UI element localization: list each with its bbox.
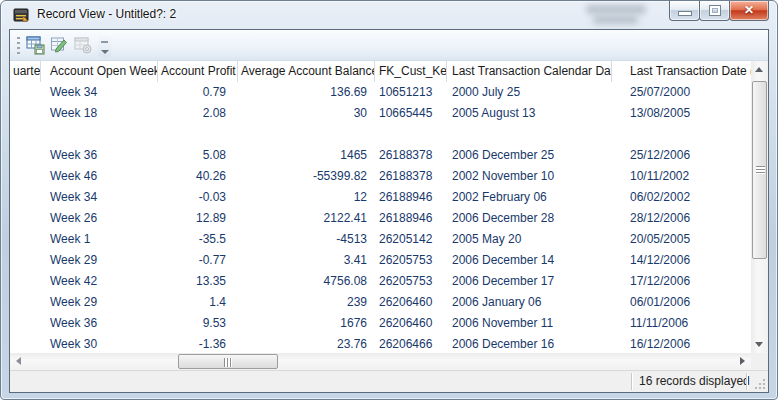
glass-blur-artifact <box>593 16 638 24</box>
client-area: uarterAccount Open WeekAccount ProfitAve… <box>9 29 769 393</box>
scroll-up-button[interactable] <box>751 61 768 78</box>
minimize-button[interactable] <box>669 1 700 21</box>
close-button[interactable]: ✕ <box>729 1 769 21</box>
scroll-down-button[interactable] <box>751 336 768 353</box>
resize-grip-icon[interactable] <box>754 378 766 390</box>
table-row[interactable]: Week 291.4239262064602006 January 0606/0… <box>10 292 751 313</box>
horizontal-scroll-thumb[interactable] <box>178 354 278 369</box>
glass-blur-artifact <box>586 5 646 14</box>
cell-open_week: Week 26 <box>41 208 158 229</box>
cell-profit: -1.36 <box>158 334 238 353</box>
table-row[interactable]: Week 1-35.5-4513262051422005 May 2020/05… <box>10 229 751 250</box>
column-header-profit[interactable]: Account Profit <box>158 61 238 82</box>
cell-date: 25/12/2006 <box>612 145 751 166</box>
toolbar-overflow-button[interactable] <box>98 36 111 58</box>
scroll-left-button[interactable] <box>10 353 27 370</box>
record-view-window: Record View - Untitled?: 2 ✕ <box>0 0 778 400</box>
column-header-open_week[interactable]: Account Open Week <box>41 61 158 82</box>
cell-profit: -0.03 <box>158 187 238 208</box>
cell-quarter <box>10 208 41 229</box>
status-spacer <box>10 371 631 392</box>
table-row[interactable]: Week 2612.892122.41261889462006 December… <box>10 208 751 229</box>
scrollbar-corner <box>751 353 768 370</box>
table-row[interactable] <box>10 124 751 145</box>
cell-profit: -0.77 <box>158 250 238 271</box>
overflow-dash <box>101 41 108 43</box>
cell-quarter <box>10 334 41 353</box>
cell-quarter <box>10 250 41 271</box>
vertical-scroll-thumb[interactable] <box>752 81 767 259</box>
table-row[interactable]: Week 4640.26-55399.82261883782002 Novemb… <box>10 166 751 187</box>
cell-profit: 5.08 <box>158 145 238 166</box>
column-header-quarter[interactable]: uarter <box>10 61 41 82</box>
horizontal-scrollbar[interactable] <box>10 353 751 370</box>
cell-cal_date: 2006 November 11 <box>447 313 612 334</box>
table-row[interactable]: Week 182.0830106654452005 August 1313/08… <box>10 103 751 124</box>
cell-balance: 3.41 <box>238 250 375 271</box>
cell-quarter <box>10 229 41 250</box>
cell-fk <box>375 124 447 145</box>
cell-fk: 26205753 <box>375 250 447 271</box>
cell-balance <box>238 124 375 145</box>
restore-button[interactable] <box>699 1 730 21</box>
cell-cal_date: 2006 December 16 <box>447 334 612 353</box>
cell-date: 13/08/2005 <box>612 103 751 124</box>
table-row[interactable]: Week 369.531676262064602006 November 111… <box>10 313 751 334</box>
column-header-cal_date[interactable]: Last Transaction Calendar Date <box>447 61 612 82</box>
cell-balance: 1676 <box>238 313 375 334</box>
table-row[interactable]: Week 340.79136.69106512132000 July 2525/… <box>10 82 751 103</box>
arrow-up-icon <box>755 67 763 72</box>
cell-balance: 1465 <box>238 145 375 166</box>
cell-date: 28/12/2006 <box>612 208 751 229</box>
table-row[interactable]: Week 34-0.0312261889462002 February 0606… <box>10 187 751 208</box>
cell-fk: 26206460 <box>375 292 447 313</box>
table-row[interactable]: Week 30-1.3623.76262064662006 December 1… <box>10 334 751 353</box>
cell-profit: 9.53 <box>158 313 238 334</box>
cell-cal_date: 2000 July 25 <box>447 82 612 103</box>
cell-balance: 23.76 <box>238 334 375 353</box>
cell-balance: 136.69 <box>238 82 375 103</box>
cell-fk: 10665445 <box>375 103 447 124</box>
cell-fk: 26206460 <box>375 313 447 334</box>
cell-date: 06/01/2006 <box>612 292 751 313</box>
grid-rows: Week 340.79136.69106512132000 July 2525/… <box>10 82 751 353</box>
view-records-button[interactable] <box>24 34 47 57</box>
edit-record-button[interactable] <box>48 34 71 57</box>
cell-quarter <box>10 124 41 145</box>
cell-profit: 1.4 <box>158 292 238 313</box>
grid-gear-icon <box>74 36 93 55</box>
status-grip-panel <box>747 371 768 392</box>
close-icon: ✕ <box>730 3 768 17</box>
column-header-date[interactable]: Last Transaction Date (Dat <box>612 61 753 82</box>
column-header-balance[interactable]: Average Account Balance <box>238 61 375 82</box>
arrow-left-icon <box>16 357 21 365</box>
cell-quarter <box>10 313 41 334</box>
cell-fk: 26188378 <box>375 145 447 166</box>
chevron-down-icon <box>101 50 109 54</box>
toolbar-grip[interactable] <box>17 37 20 54</box>
cell-profit: 2.08 <box>158 103 238 124</box>
cell-cal_date: 2002 November 10 <box>447 166 612 187</box>
cell-open_week: Week 18 <box>41 103 158 124</box>
cell-open_week: Week 29 <box>41 250 158 271</box>
cell-fk: 26188378 <box>375 166 447 187</box>
column-header-fk[interactable]: FK_Cust_Key <box>375 61 447 82</box>
cell-fk: 26205753 <box>375 271 447 292</box>
cell-open_week: Week 36 <box>41 145 158 166</box>
table-row[interactable]: Week 4213.354756.08262057532006 December… <box>10 271 751 292</box>
cell-cal_date: 2006 December 14 <box>447 250 612 271</box>
table-row[interactable]: Week 29-0.773.41262057532006 December 14… <box>10 250 751 271</box>
vertical-scrollbar[interactable] <box>751 61 768 353</box>
table-row[interactable]: Week 365.081465261883782006 December 252… <box>10 145 751 166</box>
cell-open_week: Week 29 <box>41 292 158 313</box>
minimize-icon <box>679 12 691 15</box>
title-bar[interactable]: Record View - Untitled?: 2 ✕ <box>1 1 777 29</box>
cell-date <box>612 124 751 145</box>
cell-open_week <box>41 124 158 145</box>
cell-cal_date <box>447 124 612 145</box>
app-icon[interactable] <box>13 7 29 23</box>
cell-open_week: Week 46 <box>41 166 158 187</box>
scroll-right-button[interactable] <box>734 353 751 370</box>
records-displayed-label: 16 records displayed <box>632 371 746 392</box>
cell-date: 25/07/2000 <box>612 82 751 103</box>
